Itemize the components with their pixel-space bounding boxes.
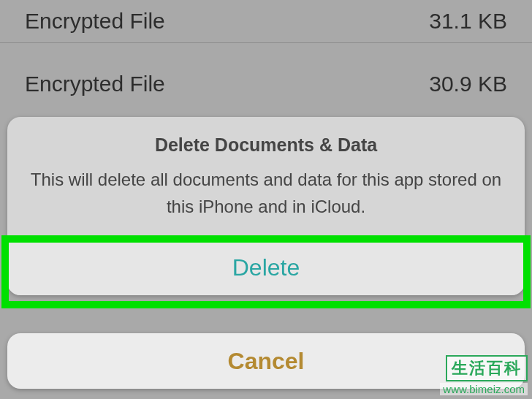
file-size: 31.1 KB: [429, 9, 507, 34]
watermark: 生活百科 www.bimeiz.com: [440, 355, 528, 396]
action-sheet-header: Delete Documents & Data This will delete…: [7, 117, 525, 239]
action-sheet-title: Delete Documents & Data: [28, 134, 504, 156]
action-sheet: Delete Documents & Data This will delete…: [7, 117, 525, 295]
watermark-url: www.bimeiz.com: [440, 383, 528, 395]
row-separator: [0, 42, 532, 43]
file-row[interactable]: Encrypted File 31.1 KB: [0, 0, 532, 42]
watermark-badge: 生活百科: [446, 355, 528, 381]
delete-button[interactable]: Delete: [7, 240, 525, 295]
action-sheet-message: This will delete all documents and data …: [28, 166, 504, 220]
file-name: Encrypted File: [25, 72, 165, 96]
file-name: Encrypted File: [25, 9, 165, 34]
file-row[interactable]: Encrypted File 30.9 KB: [0, 63, 532, 105]
file-size: 30.9 KB: [429, 72, 507, 96]
file-list: Encrypted File 31.1 KB Encrypted File 30…: [0, 0, 532, 105]
